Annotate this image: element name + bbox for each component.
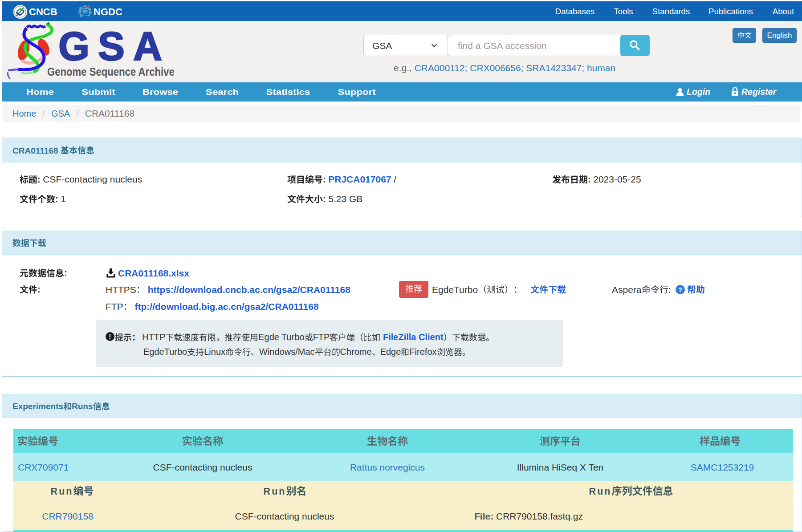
svg-text:?: ? (678, 286, 682, 293)
